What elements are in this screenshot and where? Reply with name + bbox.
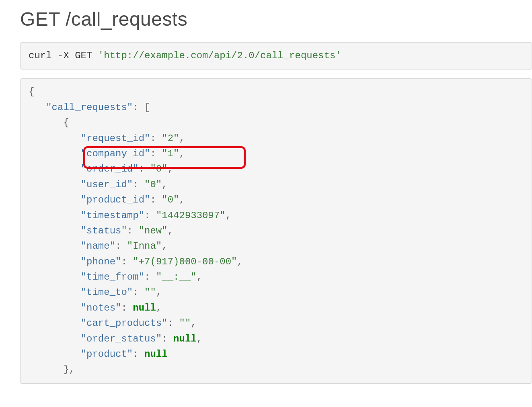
json-sep: : xyxy=(121,303,133,313)
json-comma: , xyxy=(179,133,185,144)
json-field-key: "time_to" xyxy=(81,287,133,298)
json-field-val: "0" xyxy=(162,194,179,205)
json-sep: : xyxy=(139,164,150,174)
json-comma: , xyxy=(179,148,185,159)
json-field-val: null xyxy=(144,349,168,360)
json-field-val: "1" xyxy=(162,148,179,159)
json-comma: , xyxy=(168,164,173,174)
json-sep: : xyxy=(150,133,162,144)
json-root-key: "call_requests" xyxy=(46,102,133,113)
json-sep: : xyxy=(162,333,173,344)
json-field-val: "0" xyxy=(144,179,162,190)
json-comma: , xyxy=(156,303,162,313)
page-title: GET /call_requests xyxy=(20,8,532,30)
json-sep: : xyxy=(115,241,127,252)
json-field-key: "notes" xyxy=(81,303,121,313)
json-sep: : xyxy=(133,349,144,360)
json-field-key: "order_status" xyxy=(81,333,162,344)
curl-prefix: curl -X GET xyxy=(29,50,98,61)
json-comma: , xyxy=(197,272,202,282)
json-item-close: }, xyxy=(63,364,75,375)
json-brace: { xyxy=(29,86,34,97)
json-field-key: "timestamp" xyxy=(81,210,144,221)
json-sep: : xyxy=(168,318,179,329)
json-field-val: null xyxy=(133,303,156,313)
json-colon-bracket: : [ xyxy=(133,102,150,113)
json-comma: , xyxy=(191,318,196,329)
json-field-key: "cart_products" xyxy=(81,318,168,329)
json-field-key: "status" xyxy=(81,225,127,236)
json-comma: , xyxy=(237,256,243,267)
json-field-key: "phone" xyxy=(81,256,121,267)
json-sep: : xyxy=(133,179,144,190)
json-field-val: "1442933097" xyxy=(156,210,226,221)
json-sep: : xyxy=(133,287,144,298)
json-sep: : xyxy=(150,194,162,205)
json-sep: : xyxy=(150,148,162,159)
json-comma: , xyxy=(162,241,167,252)
json-field-val: "new" xyxy=(139,225,168,236)
json-comma: , xyxy=(162,179,167,190)
json-sep: : xyxy=(144,210,156,221)
json-field-key: "product_id" xyxy=(81,194,150,205)
json-field-key: "product" xyxy=(81,349,133,360)
json-field-val: "+7(917)000-00-00" xyxy=(133,256,237,267)
json-comma: , xyxy=(156,287,162,298)
json-field-val: "" xyxy=(179,318,191,329)
json-item-open: { xyxy=(63,117,69,128)
json-field-val: "__:__" xyxy=(156,272,197,282)
json-field-key: "name" xyxy=(81,241,115,252)
curl-url: 'http://example.com/api/2.0/call_request… xyxy=(98,50,341,61)
json-field-val: "Inna" xyxy=(127,241,162,252)
json-field-val: "" xyxy=(144,287,156,298)
json-field-val: "2" xyxy=(162,133,179,144)
json-field-key: "time_from" xyxy=(81,272,144,282)
json-field-key: "request_id" xyxy=(81,133,150,144)
json-field-val: null xyxy=(173,333,197,344)
json-comma: , xyxy=(226,210,231,221)
json-field-key: "order_id" xyxy=(81,164,139,174)
json-sep: : xyxy=(144,272,156,282)
json-comma: , xyxy=(179,194,185,205)
json-field-key: "user_id" xyxy=(81,179,133,190)
curl-code-block: curl -X GET 'http://example.com/api/2.0/… xyxy=(20,42,532,70)
json-code-block: { "call_requests": [ { "request_id": "2"… xyxy=(20,78,532,383)
json-field-val: "0" xyxy=(150,164,167,174)
json-sep: : xyxy=(121,256,133,267)
json-comma: , xyxy=(197,333,202,344)
json-sep: : xyxy=(127,225,139,236)
json-comma: , xyxy=(168,225,173,236)
json-field-key: "company_id" xyxy=(81,148,150,159)
